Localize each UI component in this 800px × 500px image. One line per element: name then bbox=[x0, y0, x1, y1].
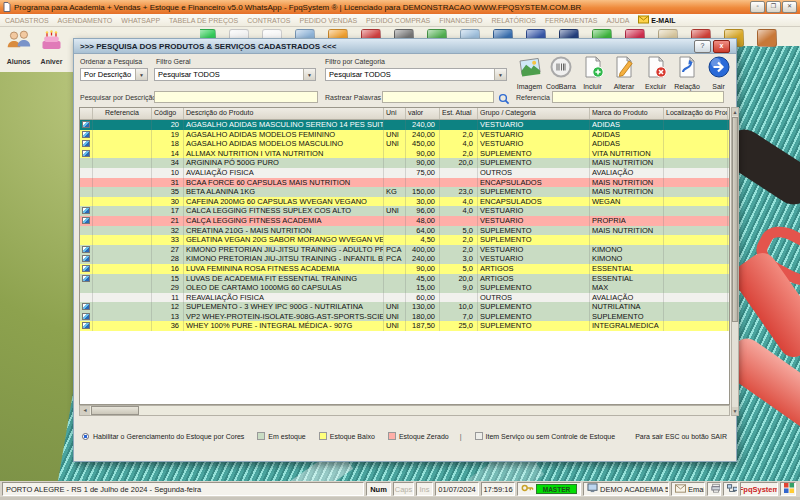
cell-descricao: KIMONO PRETORIAN JIU-JITSU TRAINING - AD… bbox=[184, 245, 384, 255]
cell-uni bbox=[384, 226, 406, 236]
table-row[interactable]: 11REAVALIAÇÃO FISICA60,00OUTROSAVALIAÇÃO bbox=[80, 293, 729, 303]
header-uni[interactable]: Uni bbox=[384, 108, 406, 119]
table-row[interactable]: 19AGASALHO ADIDAS MODELOS FEMININOUNI240… bbox=[80, 130, 729, 140]
cell-valor: 75,00 bbox=[406, 168, 440, 178]
cell-est-atual: 4,0 bbox=[440, 197, 478, 207]
rastrear-palavras-input[interactable] bbox=[382, 91, 494, 103]
menu-item-relat-rios[interactable]: RELATÓRIOS bbox=[491, 17, 536, 24]
menu-item-financeiro[interactable]: FINANCEIRO bbox=[439, 17, 482, 24]
status-brand: FpqSystem bbox=[740, 482, 778, 496]
menu-item-agendamento[interactable]: AGENDAMENTO bbox=[58, 17, 113, 24]
table-row[interactable]: 36WHEY 100% PURE - INTEGRAL MÉDICA - 907… bbox=[80, 321, 729, 331]
ordenar-select[interactable]: Por Descrição ▼ bbox=[80, 68, 148, 81]
alunos-button[interactable]: Alunos bbox=[3, 28, 34, 71]
table-row[interactable]: 14ALLMAX NUTRITION I VITA NUTRITION90,00… bbox=[80, 149, 729, 159]
dialog-titlebar[interactable]: >>> PESQUISA DOS PRODUTOS & SERVIÇOS CAD… bbox=[74, 39, 736, 54]
cell-valor: 64,00 bbox=[406, 226, 440, 236]
vertical-scroll-thumb[interactable] bbox=[732, 117, 738, 322]
menu-item-pedido-compras[interactable]: PEDIDO COMPRAS bbox=[366, 17, 430, 24]
cell-uni bbox=[384, 274, 406, 284]
cell-est-atual: 5,0 bbox=[440, 264, 478, 274]
email-status-button[interactable]: Email bbox=[671, 482, 705, 496]
table-row[interactable]: 35BETA ALANINA 1KGKG150,0023,0SUPLEMENTO… bbox=[80, 187, 729, 197]
table-row[interactable]: 12SUPLEMENTO - 3 WHEY IPC 900G - NUTRILA… bbox=[80, 302, 729, 312]
menu-item-email[interactable]: E-MAIL bbox=[638, 15, 675, 25]
dialog-close-button[interactable]: x bbox=[713, 40, 730, 53]
imagem-button[interactable]: Imagem bbox=[514, 56, 545, 98]
filtro-categoria-select[interactable]: Pesquisar TODOS ▼ bbox=[325, 68, 507, 81]
cell-valor: 90,00 bbox=[406, 149, 440, 159]
table-row[interactable]: 28KIMONO PRETORIAN JIU-JITSU TRAINING - … bbox=[80, 254, 729, 264]
cell-descricao: KIMONO PRETORIAN JIU-JITSU TRAINING - IN… bbox=[184, 254, 384, 264]
cell-grupo: VESTUARIO bbox=[478, 245, 590, 255]
table-row[interactable]: 18AGASALHO ADIDAS MODELOS MASCULINOUNI45… bbox=[80, 139, 729, 149]
exit-door-icon[interactable] bbox=[757, 29, 777, 47]
cell-grupo: SUPLEMENTO bbox=[478, 235, 590, 245]
table-row[interactable]: 27KIMONO PRETORIAN JIU-JITSU TRAINING - … bbox=[80, 245, 729, 255]
cell-descricao: LUVA FEMININA ROSA FITNESS ACADEMIA bbox=[184, 264, 384, 274]
scroll-up-icon[interactable]: ▲ bbox=[732, 108, 738, 116]
chevron-down-icon[interactable]: ▼ bbox=[135, 69, 147, 80]
table-row[interactable]: 13VP2 WHEY-PROTEIN-ISOLATE-908G-AST-SPOR… bbox=[80, 312, 729, 322]
header-grupo-categoria[interactable]: Grupo / Categoria bbox=[478, 108, 590, 119]
imagem-label: Imagem bbox=[517, 83, 542, 90]
table-row[interactable]: 30CAFEINA 200MG 60 CAPSULAS WVEGAN VEGAN… bbox=[80, 197, 729, 207]
cell-localizacao bbox=[664, 130, 728, 140]
legend-swatch-estoque-baixo bbox=[319, 432, 327, 440]
scroll-down-icon[interactable]: ▼ bbox=[732, 407, 738, 415]
header-c-digo[interactable]: Código bbox=[152, 108, 184, 119]
horizontal-scroll-thumb[interactable] bbox=[91, 406, 139, 415]
vertical-scrollbar[interactable]: ▲ ▼ bbox=[731, 107, 739, 416]
cell-valor: 90,00 bbox=[406, 158, 440, 168]
cell-valor: 90,00 bbox=[406, 264, 440, 274]
menu-item-tabela-de-pre-os[interactable]: TABELA DE PREÇOS bbox=[169, 17, 238, 24]
dialog-help-button[interactable]: ? bbox=[694, 40, 711, 53]
referencia-input[interactable] bbox=[552, 91, 724, 103]
horizontal-scrollbar[interactable]: ◂ bbox=[79, 405, 730, 416]
header-valor[interactable]: valor bbox=[406, 108, 440, 119]
table-row[interactable]: 10AVALIAÇÃO FISICA75,00OUTROSAVALIAÇÃO bbox=[80, 168, 729, 178]
scroll-left-icon[interactable]: ◂ bbox=[80, 406, 90, 415]
chevron-down-icon[interactable]: ▼ bbox=[494, 69, 506, 80]
cell-image bbox=[80, 187, 93, 197]
table-row[interactable]: 15LUVAS DE ACADEMIA FIT ESSENTIAL TRAINI… bbox=[80, 274, 729, 284]
table-row[interactable]: 32CREATINA 210G - MAIS NUTRITION64,005,0… bbox=[80, 226, 729, 236]
menu-item-contratos[interactable]: CONTRATOS bbox=[247, 17, 290, 24]
search-icon[interactable] bbox=[498, 91, 510, 103]
header-est-atual[interactable]: Est. Atual bbox=[440, 108, 478, 119]
header-referencia[interactable]: Referencia bbox=[93, 108, 152, 119]
stock-colors-radio[interactable] bbox=[82, 433, 89, 440]
menu-item-pedido-vendas[interactable]: PEDIDO VENDAS bbox=[299, 17, 357, 24]
table-row[interactable]: 29OLEO DE CARTAMO 1000MG 60 CAPSULAS15,0… bbox=[80, 283, 729, 293]
network-icon[interactable] bbox=[723, 482, 738, 496]
cell-valor: 400,00 bbox=[406, 245, 440, 255]
table-row[interactable]: 33GELATINA VEGAN 20G SABOR MORANGO WVEGA… bbox=[80, 235, 729, 245]
filtro-geral-select[interactable]: Pesquisar TODOS ▼ bbox=[154, 68, 316, 81]
chevron-down-icon[interactable]: ▼ bbox=[303, 69, 315, 80]
product-photo-icon bbox=[82, 246, 90, 253]
header-localiza-o-do-produto[interactable]: Localização do Produto bbox=[664, 108, 728, 119]
menu-item-ferramentas[interactable]: FERRAMENTAS bbox=[545, 17, 597, 24]
printer-icon[interactable] bbox=[707, 482, 721, 496]
cell-grupo: SUPLEMENTO bbox=[478, 302, 590, 312]
header-marca-do-produto[interactable]: Marca do Produto bbox=[590, 108, 664, 119]
table-row[interactable]: 31BCAA FORCE 60 CAPSULAS MAIS NUTRITIONE… bbox=[80, 178, 729, 188]
menu-item-whatsapp[interactable]: WHATSAPP bbox=[121, 17, 160, 24]
table-row[interactable]: 16LUVA FEMININA ROSA FITNESS ACADEMIA90,… bbox=[80, 264, 729, 274]
cell-uni: UNI bbox=[384, 321, 406, 331]
pesquisar-descricao-input[interactable] bbox=[154, 91, 318, 103]
header-descri-o-do-produto[interactable]: Descrição do Produto bbox=[184, 108, 384, 119]
table-row[interactable]: 17CALCA LEGGING FITNESS SUPLEX COS ALTOU… bbox=[80, 206, 729, 216]
table-row[interactable]: 21CALÇA LEGGING FITNESS ACADEMIA48,00VES… bbox=[80, 216, 729, 226]
minimize-button[interactable]: ▫ bbox=[750, 1, 765, 13]
referencia-label: Referencia bbox=[516, 94, 550, 101]
table-row[interactable]: 34ARGININA PÓ 500G PURO90,0020,0SUPLEMEN… bbox=[80, 158, 729, 168]
table-row[interactable]: 20AGASALHO ADIDAS MASCULINO SERENO 14 PE… bbox=[80, 120, 729, 130]
aniver-button[interactable]: Aniver bbox=[36, 28, 67, 71]
menu-item-cadastros[interactable]: CADASTROS bbox=[5, 17, 49, 24]
status-app-name: DEMO ACADEMIA 5.0 bbox=[583, 482, 669, 496]
cell-est-atual: 4,0 bbox=[440, 206, 478, 216]
restore-button[interactable]: ❐ bbox=[766, 1, 781, 13]
menu-item-ajuda[interactable]: AJUDA bbox=[606, 17, 629, 24]
close-button[interactable]: ✕ bbox=[782, 1, 797, 13]
